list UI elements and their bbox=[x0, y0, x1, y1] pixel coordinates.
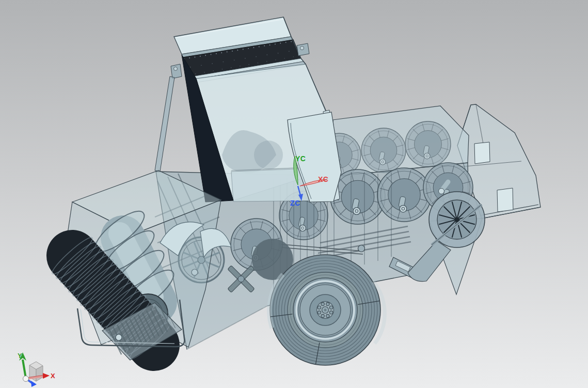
rear-hood-window-upper[interactable] bbox=[474, 142, 490, 164]
view-y-label: Y bbox=[18, 352, 22, 360]
wcs-x-label: XC bbox=[318, 175, 328, 183]
viewport[interactable]: YC XC ZC Y X bbox=[0, 0, 588, 388]
axle-bracket[interactable] bbox=[358, 245, 365, 252]
tank-hinge-left[interactable] bbox=[171, 64, 182, 79]
interior-ghost-machinery bbox=[254, 141, 283, 169]
threshing-drum bbox=[377, 168, 431, 222]
threshing-drum bbox=[361, 128, 406, 173]
view-origin-ball[interactable] bbox=[23, 376, 29, 382]
threshing-drum bbox=[405, 121, 451, 167]
wcs-y-label: YC bbox=[295, 154, 306, 163]
wcs-z-label: ZC bbox=[290, 199, 300, 207]
rear-hood-window-lower[interactable] bbox=[497, 188, 513, 212]
cad-viewport-canvas[interactable]: YC XC ZC Y X bbox=[0, 0, 588, 388]
view-x-label: X bbox=[51, 372, 55, 380]
